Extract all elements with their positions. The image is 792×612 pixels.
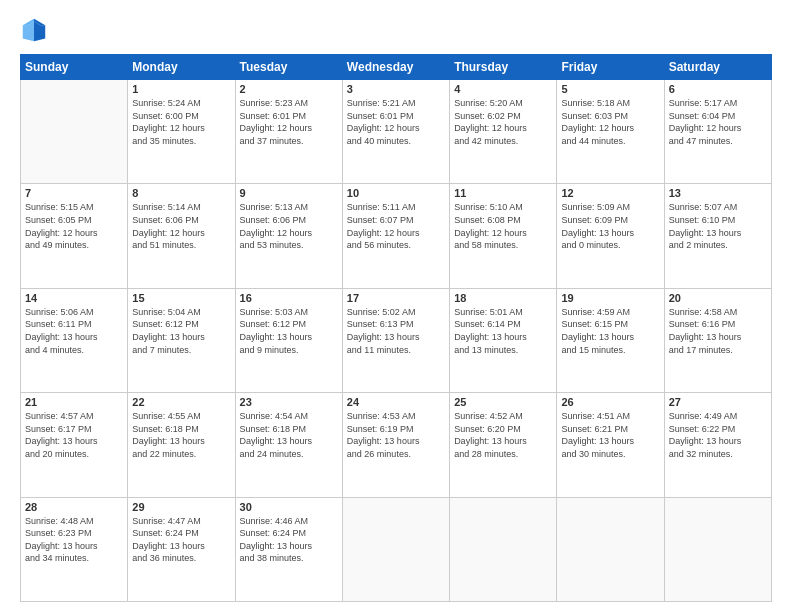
day-info: Sunrise: 4:58 AM Sunset: 6:16 PM Dayligh… bbox=[669, 306, 767, 356]
calendar-week-row: 1Sunrise: 5:24 AM Sunset: 6:00 PM Daylig… bbox=[21, 80, 772, 184]
calendar-week-row: 14Sunrise: 5:06 AM Sunset: 6:11 PM Dayli… bbox=[21, 288, 772, 392]
day-number: 26 bbox=[561, 396, 659, 408]
weekday-header: Thursday bbox=[450, 55, 557, 80]
calendar-cell: 14Sunrise: 5:06 AM Sunset: 6:11 PM Dayli… bbox=[21, 288, 128, 392]
calendar-week-row: 7Sunrise: 5:15 AM Sunset: 6:05 PM Daylig… bbox=[21, 184, 772, 288]
calendar-cell: 27Sunrise: 4:49 AM Sunset: 6:22 PM Dayli… bbox=[664, 393, 771, 497]
day-info: Sunrise: 5:15 AM Sunset: 6:05 PM Dayligh… bbox=[25, 201, 123, 251]
calendar-cell: 11Sunrise: 5:10 AM Sunset: 6:08 PM Dayli… bbox=[450, 184, 557, 288]
calendar-cell: 8Sunrise: 5:14 AM Sunset: 6:06 PM Daylig… bbox=[128, 184, 235, 288]
day-number: 14 bbox=[25, 292, 123, 304]
calendar-cell bbox=[557, 497, 664, 601]
weekday-header: Wednesday bbox=[342, 55, 449, 80]
calendar-week-row: 21Sunrise: 4:57 AM Sunset: 6:17 PM Dayli… bbox=[21, 393, 772, 497]
day-info: Sunrise: 5:04 AM Sunset: 6:12 PM Dayligh… bbox=[132, 306, 230, 356]
day-info: Sunrise: 4:49 AM Sunset: 6:22 PM Dayligh… bbox=[669, 410, 767, 460]
day-number: 6 bbox=[669, 83, 767, 95]
day-info: Sunrise: 4:52 AM Sunset: 6:20 PM Dayligh… bbox=[454, 410, 552, 460]
day-info: Sunrise: 5:01 AM Sunset: 6:14 PM Dayligh… bbox=[454, 306, 552, 356]
calendar-cell: 21Sunrise: 4:57 AM Sunset: 6:17 PM Dayli… bbox=[21, 393, 128, 497]
calendar-cell: 23Sunrise: 4:54 AM Sunset: 6:18 PM Dayli… bbox=[235, 393, 342, 497]
day-info: Sunrise: 4:54 AM Sunset: 6:18 PM Dayligh… bbox=[240, 410, 338, 460]
day-info: Sunrise: 5:09 AM Sunset: 6:09 PM Dayligh… bbox=[561, 201, 659, 251]
day-number: 9 bbox=[240, 187, 338, 199]
calendar-cell: 5Sunrise: 5:18 AM Sunset: 6:03 PM Daylig… bbox=[557, 80, 664, 184]
day-info: Sunrise: 4:53 AM Sunset: 6:19 PM Dayligh… bbox=[347, 410, 445, 460]
day-number: 25 bbox=[454, 396, 552, 408]
day-info: Sunrise: 5:17 AM Sunset: 6:04 PM Dayligh… bbox=[669, 97, 767, 147]
calendar-cell: 1Sunrise: 5:24 AM Sunset: 6:00 PM Daylig… bbox=[128, 80, 235, 184]
day-number: 1 bbox=[132, 83, 230, 95]
calendar-cell: 2Sunrise: 5:23 AM Sunset: 6:01 PM Daylig… bbox=[235, 80, 342, 184]
calendar-cell bbox=[450, 497, 557, 601]
logo-icon bbox=[20, 16, 48, 44]
calendar-cell: 30Sunrise: 4:46 AM Sunset: 6:24 PM Dayli… bbox=[235, 497, 342, 601]
calendar-cell: 20Sunrise: 4:58 AM Sunset: 6:16 PM Dayli… bbox=[664, 288, 771, 392]
calendar-cell: 22Sunrise: 4:55 AM Sunset: 6:18 PM Dayli… bbox=[128, 393, 235, 497]
calendar-cell: 24Sunrise: 4:53 AM Sunset: 6:19 PM Dayli… bbox=[342, 393, 449, 497]
day-info: Sunrise: 5:23 AM Sunset: 6:01 PM Dayligh… bbox=[240, 97, 338, 147]
day-number: 5 bbox=[561, 83, 659, 95]
day-info: Sunrise: 5:18 AM Sunset: 6:03 PM Dayligh… bbox=[561, 97, 659, 147]
calendar-cell: 4Sunrise: 5:20 AM Sunset: 6:02 PM Daylig… bbox=[450, 80, 557, 184]
day-number: 17 bbox=[347, 292, 445, 304]
calendar-table: SundayMondayTuesdayWednesdayThursdayFrid… bbox=[20, 54, 772, 602]
day-info: Sunrise: 5:21 AM Sunset: 6:01 PM Dayligh… bbox=[347, 97, 445, 147]
day-info: Sunrise: 5:07 AM Sunset: 6:10 PM Dayligh… bbox=[669, 201, 767, 251]
day-number: 20 bbox=[669, 292, 767, 304]
day-info: Sunrise: 5:03 AM Sunset: 6:12 PM Dayligh… bbox=[240, 306, 338, 356]
calendar-cell: 28Sunrise: 4:48 AM Sunset: 6:23 PM Dayli… bbox=[21, 497, 128, 601]
day-number: 7 bbox=[25, 187, 123, 199]
weekday-header: Saturday bbox=[664, 55, 771, 80]
day-number: 3 bbox=[347, 83, 445, 95]
calendar-cell bbox=[664, 497, 771, 601]
day-number: 4 bbox=[454, 83, 552, 95]
day-number: 29 bbox=[132, 501, 230, 513]
day-info: Sunrise: 5:06 AM Sunset: 6:11 PM Dayligh… bbox=[25, 306, 123, 356]
calendar-week-row: 28Sunrise: 4:48 AM Sunset: 6:23 PM Dayli… bbox=[21, 497, 772, 601]
calendar-header: SundayMondayTuesdayWednesdayThursdayFrid… bbox=[21, 55, 772, 80]
day-number: 16 bbox=[240, 292, 338, 304]
calendar-cell: 25Sunrise: 4:52 AM Sunset: 6:20 PM Dayli… bbox=[450, 393, 557, 497]
weekday-header: Tuesday bbox=[235, 55, 342, 80]
day-number: 30 bbox=[240, 501, 338, 513]
calendar-cell: 6Sunrise: 5:17 AM Sunset: 6:04 PM Daylig… bbox=[664, 80, 771, 184]
day-number: 18 bbox=[454, 292, 552, 304]
day-info: Sunrise: 5:13 AM Sunset: 6:06 PM Dayligh… bbox=[240, 201, 338, 251]
day-number: 13 bbox=[669, 187, 767, 199]
calendar-cell: 3Sunrise: 5:21 AM Sunset: 6:01 PM Daylig… bbox=[342, 80, 449, 184]
calendar-cell: 9Sunrise: 5:13 AM Sunset: 6:06 PM Daylig… bbox=[235, 184, 342, 288]
day-info: Sunrise: 5:10 AM Sunset: 6:08 PM Dayligh… bbox=[454, 201, 552, 251]
weekday-header: Sunday bbox=[21, 55, 128, 80]
day-info: Sunrise: 4:59 AM Sunset: 6:15 PM Dayligh… bbox=[561, 306, 659, 356]
logo bbox=[20, 16, 52, 44]
day-number: 2 bbox=[240, 83, 338, 95]
calendar-cell bbox=[21, 80, 128, 184]
calendar-cell: 17Sunrise: 5:02 AM Sunset: 6:13 PM Dayli… bbox=[342, 288, 449, 392]
calendar-body: 1Sunrise: 5:24 AM Sunset: 6:00 PM Daylig… bbox=[21, 80, 772, 602]
weekday-header: Friday bbox=[557, 55, 664, 80]
header bbox=[20, 16, 772, 44]
day-info: Sunrise: 5:02 AM Sunset: 6:13 PM Dayligh… bbox=[347, 306, 445, 356]
day-info: Sunrise: 4:48 AM Sunset: 6:23 PM Dayligh… bbox=[25, 515, 123, 565]
calendar-cell: 18Sunrise: 5:01 AM Sunset: 6:14 PM Dayli… bbox=[450, 288, 557, 392]
calendar-cell: 19Sunrise: 4:59 AM Sunset: 6:15 PM Dayli… bbox=[557, 288, 664, 392]
day-number: 19 bbox=[561, 292, 659, 304]
day-info: Sunrise: 4:51 AM Sunset: 6:21 PM Dayligh… bbox=[561, 410, 659, 460]
day-info: Sunrise: 4:57 AM Sunset: 6:17 PM Dayligh… bbox=[25, 410, 123, 460]
day-info: Sunrise: 5:20 AM Sunset: 6:02 PM Dayligh… bbox=[454, 97, 552, 147]
calendar-cell: 15Sunrise: 5:04 AM Sunset: 6:12 PM Dayli… bbox=[128, 288, 235, 392]
day-number: 21 bbox=[25, 396, 123, 408]
calendar-cell: 10Sunrise: 5:11 AM Sunset: 6:07 PM Dayli… bbox=[342, 184, 449, 288]
calendar-cell: 7Sunrise: 5:15 AM Sunset: 6:05 PM Daylig… bbox=[21, 184, 128, 288]
calendar-cell: 26Sunrise: 4:51 AM Sunset: 6:21 PM Dayli… bbox=[557, 393, 664, 497]
day-number: 12 bbox=[561, 187, 659, 199]
day-number: 27 bbox=[669, 396, 767, 408]
day-number: 15 bbox=[132, 292, 230, 304]
day-number: 10 bbox=[347, 187, 445, 199]
day-number: 23 bbox=[240, 396, 338, 408]
day-info: Sunrise: 5:14 AM Sunset: 6:06 PM Dayligh… bbox=[132, 201, 230, 251]
calendar-cell: 13Sunrise: 5:07 AM Sunset: 6:10 PM Dayli… bbox=[664, 184, 771, 288]
day-info: Sunrise: 5:11 AM Sunset: 6:07 PM Dayligh… bbox=[347, 201, 445, 251]
day-number: 11 bbox=[454, 187, 552, 199]
